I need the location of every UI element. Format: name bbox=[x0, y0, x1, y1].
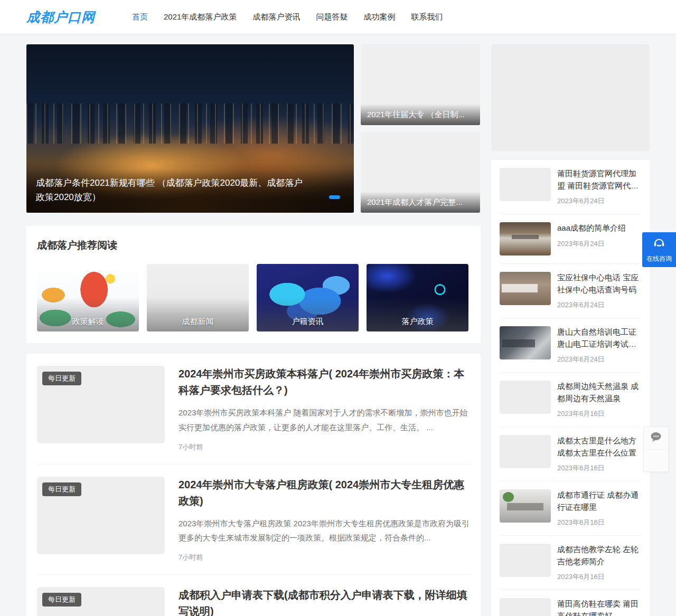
sidebar-news-item[interactable]: 唐山大自然培训电工证 唐山电工证培训考试在哪里? 2023年6月24日 bbox=[500, 318, 641, 373]
news-date: 2023年6月16日 bbox=[557, 518, 641, 527]
nav-item-home[interactable]: 首页 bbox=[124, 0, 156, 34]
article-timestamp: 7小时前 bbox=[179, 553, 470, 562]
hero-carousel-slide[interactable]: 成都落户条件2021新规有哪些 （成都落户政策2020最新、成都落户政策2020… bbox=[26, 44, 354, 213]
hero-side-article-1[interactable]: 2021年往届大专 （全日制... bbox=[361, 44, 480, 125]
sidebar-news-item[interactable]: 成都市通行证 成都办通行证在哪里 2023年6月16日 bbox=[500, 481, 641, 536]
article-title[interactable]: 2024年崇州市大专落户租房政策( 2024崇州市大专生租房优惠政策) bbox=[179, 477, 470, 509]
article-summary: 2023年崇州市买房政策本科落户 随着国家对于人才的需求不断增加，崇州市也开始实… bbox=[179, 405, 470, 435]
news-thumbnail bbox=[500, 381, 551, 414]
article-item: 每日更新 2024年崇州市大专落户租房政策( 2024崇州市大专生租房优惠政策)… bbox=[37, 465, 470, 575]
site-logo[interactable]: 成都户口网 bbox=[26, 8, 95, 26]
article-item: 每日更新 2024年崇州市买房政策本科落户( 2024年崇州市买房政策：本科落户… bbox=[37, 354, 470, 465]
category-card-household-info[interactable]: 户籍资讯 bbox=[257, 264, 359, 331]
news-title: 莆田鞋货源官网代理加盟 莆田鞋货源官网代理加... bbox=[557, 168, 641, 192]
news-thumbnail bbox=[500, 435, 551, 468]
chat-bubble-button[interactable] bbox=[644, 427, 668, 449]
headset-icon bbox=[652, 236, 666, 252]
news-title: aaa成都的简单介绍 bbox=[557, 222, 641, 234]
carousel-indicator[interactable] bbox=[329, 195, 340, 199]
news-thumbnail bbox=[500, 168, 551, 201]
news-thumbnail bbox=[500, 544, 551, 577]
nav-item-policy-2021[interactable]: 2021年成都落户政策 bbox=[156, 0, 245, 34]
news-title: 成都太古里是什么地方 成都太古里在什么位置 bbox=[557, 435, 641, 459]
recommend-section-title: 成都落户推荐阅读 bbox=[37, 239, 470, 252]
hero-city-image bbox=[26, 103, 354, 144]
news-date: 2023年6月24日 bbox=[557, 355, 641, 364]
article-summary: 2023年崇州市大专落户租房政策 2023年崇州市大专生租房优惠政策是市政府为吸… bbox=[179, 516, 470, 546]
category-card-chengdu-news[interactable]: 成都新闻 bbox=[147, 264, 249, 331]
floating-side-widget bbox=[643, 427, 669, 472]
article-item: 每日更新 成都积入户申请表下载(成都市积分入户申请表下载，附详细填写说明) 成都… bbox=[37, 575, 470, 616]
article-list: 每日更新 2024年崇州市买房政策本科落户( 2024年崇州市买房政策：本科落户… bbox=[26, 354, 481, 616]
category-card-label: 成都新闻 bbox=[147, 298, 249, 331]
news-date: 2023年6月16日 bbox=[557, 463, 641, 473]
sidebar-news-list: 莆田鞋货源官网代理加盟 莆田鞋货源官网代理加... 2023年6月24日 aaa… bbox=[491, 160, 650, 616]
news-thumbnail bbox=[500, 272, 551, 305]
news-date: 2023年6月24日 bbox=[557, 239, 641, 249]
main-nav: 首页 2021年成都落户政策 成都落户资讯 问题答疑 成功案例 联系我们 bbox=[124, 0, 450, 34]
category-card-label: 落户政策 bbox=[367, 298, 468, 331]
online-consult-button[interactable]: 在线咨询 bbox=[642, 232, 676, 267]
category-card-settle-policy[interactable]: 落户政策 bbox=[367, 264, 468, 331]
sidebar-news-item[interactable]: 成都吉他教学左轮 左轮吉他老师简介 2023年6月16日 bbox=[500, 536, 641, 590]
online-consult-label: 在线咨询 bbox=[646, 254, 672, 263]
sidebar-news-item[interactable]: 成都太古里是什么地方 成都太古里在什么位置 2023年6月16日 bbox=[500, 427, 641, 481]
news-title: 成都吉他教学左轮 左轮吉他老师简介 bbox=[557, 544, 641, 567]
category-card-label: 政策解读 bbox=[37, 298, 139, 331]
article-thumbnail[interactable]: 每日更新 bbox=[37, 477, 165, 554]
sidebar-news-item[interactable]: aaa成都的简单介绍 2023年6月24日 bbox=[500, 214, 641, 264]
news-thumbnail bbox=[500, 598, 551, 616]
news-thumbnail bbox=[500, 222, 551, 255]
hero-side-caption: 2021年成都人才落户完整... bbox=[361, 192, 480, 213]
news-title: 宝应社保中心电话 宝应社保中心电话查询号码 bbox=[557, 272, 641, 296]
sidebar-news-item[interactable]: 莆田高仿鞋在哪卖 莆田高仿鞋在哪卖好 2023年6月16日 bbox=[500, 590, 641, 616]
recommend-section: 成都落户推荐阅读 政策解读 成都新闻 户籍资讯 落户政策 bbox=[26, 226, 481, 343]
chat-bubble-icon bbox=[650, 431, 662, 445]
category-card-label: 户籍资讯 bbox=[257, 298, 359, 331]
widget-secondary-button[interactable] bbox=[644, 449, 668, 471]
sidebar-news-item[interactable]: 莆田鞋货源官网代理加盟 莆田鞋货源官网代理加... 2023年6月24日 bbox=[500, 160, 641, 214]
news-title: 成都市通行证 成都办通行证在哪里 bbox=[557, 489, 641, 513]
news-title: 成都周边纯天然温泉 成都周边有天然温泉 bbox=[557, 381, 641, 404]
sidebar-news-item[interactable]: 宝应社保中心电话 宝应社保中心电话查询号码 2023年6月24日 bbox=[500, 264, 641, 318]
hero-caption[interactable]: 成都落户条件2021新规有哪些 （成都落户政策2020最新、成都落户政策2020… bbox=[26, 169, 354, 213]
article-thumbnail[interactable]: 每日更新 bbox=[37, 366, 165, 443]
news-title: 莆田高仿鞋在哪卖 莆田高仿鞋在哪卖好 bbox=[557, 598, 641, 616]
news-thumbnail bbox=[500, 326, 551, 359]
category-card-policy-interpretation[interactable]: 政策解读 bbox=[37, 264, 139, 331]
hero-side-article-2[interactable]: 2021年成都人才落户完整... bbox=[361, 132, 480, 213]
nav-item-qa[interactable]: 问题答疑 bbox=[308, 0, 355, 34]
top-navigation-bar: 成都户口网 首页 2021年成都落户政策 成都落户资讯 问题答疑 成功案例 联系… bbox=[0, 0, 676, 34]
nav-item-news[interactable]: 成都落户资讯 bbox=[245, 0, 308, 34]
article-title[interactable]: 成都积入户申请表下载(成都市积分入户申请表下载，附详细填写说明) bbox=[179, 587, 470, 616]
article-timestamp: 7小时前 bbox=[179, 442, 470, 452]
nav-item-contact[interactable]: 联系我们 bbox=[403, 0, 450, 34]
daily-update-badge: 每日更新 bbox=[42, 372, 81, 385]
daily-update-badge: 每日更新 bbox=[42, 482, 81, 496]
article-title[interactable]: 2024年崇州市买房政策本科落户( 2024年崇州市买房政策：本科落户要求包括什… bbox=[179, 366, 470, 399]
news-date: 2023年6月16日 bbox=[557, 572, 641, 582]
sidebar-news-item[interactable]: 成都周边纯天然温泉 成都周边有天然温泉 2023年6月16日 bbox=[500, 373, 641, 427]
news-date: 2023年6月16日 bbox=[557, 409, 641, 419]
nav-item-cases[interactable]: 成功案例 bbox=[355, 0, 403, 34]
daily-update-badge: 每日更新 bbox=[42, 593, 81, 606]
hero-side-caption: 2021年往届大专 （全日制... bbox=[361, 104, 480, 125]
news-thumbnail bbox=[500, 489, 551, 523]
news-date: 2023年6月24日 bbox=[557, 196, 641, 206]
news-date: 2023年6月24日 bbox=[557, 300, 641, 310]
article-thumbnail[interactable]: 每日更新 bbox=[37, 587, 165, 616]
sidebar-ad-placeholder bbox=[491, 44, 650, 151]
news-title: 唐山大自然培训电工证 唐山电工证培训考试在哪里? bbox=[557, 326, 641, 350]
